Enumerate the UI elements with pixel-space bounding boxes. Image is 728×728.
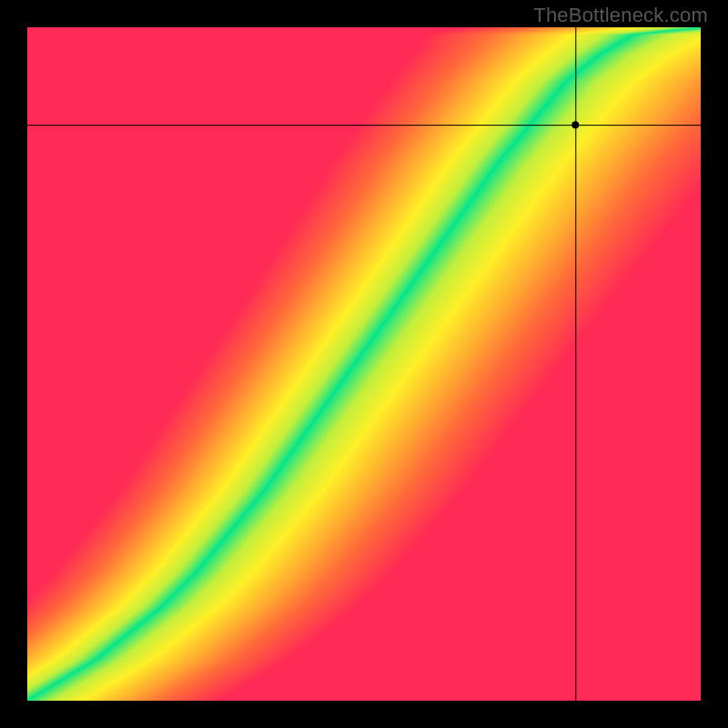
chart-container: TheBottleneck.com [0, 0, 728, 728]
bottleneck-heatmap [27, 27, 701, 701]
watermark-text: TheBottleneck.com [533, 4, 708, 27]
